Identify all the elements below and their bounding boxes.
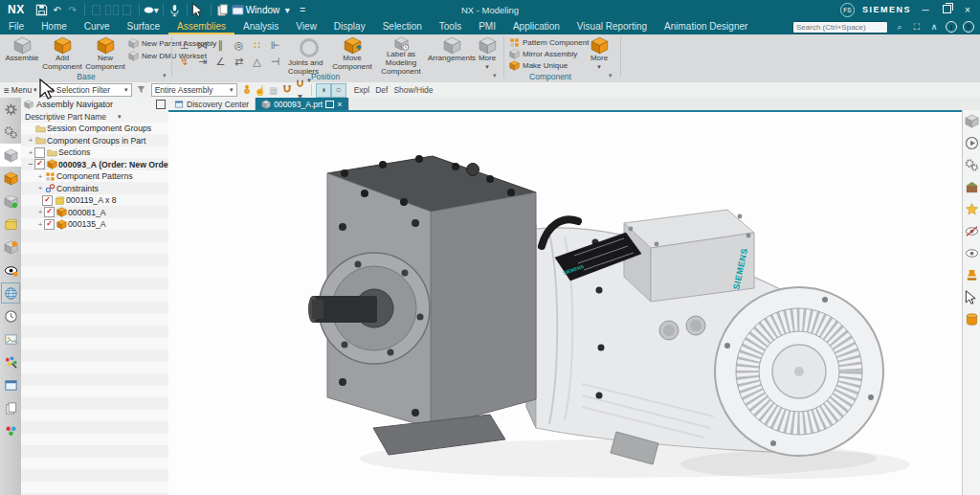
tree-row-component-groups-in-part[interactable]: + Component Groups in Part [21, 135, 168, 147]
component-more-button[interactable]: More ▾ [586, 35, 612, 77]
arrangements-button[interactable]: Arrangements [431, 35, 473, 77]
expander-icon[interactable]: + [36, 172, 44, 181]
distance-constraint-icon[interactable]: ∷ [248, 37, 266, 54]
customize-quick-access-icon[interactable]: = [295, 2, 310, 17]
label-as-modeling-component-button[interactable]: Label as Modeling Component [373, 35, 429, 77]
magnet-plus-icon[interactable] [280, 83, 294, 97]
restore-window-icon[interactable] [325, 101, 334, 108]
info-icon[interactable]: i [946, 21, 957, 33]
tab-assemblies[interactable]: Assemblies [168, 19, 234, 34]
expander-icon[interactable]: + [36, 184, 44, 192]
angle-constraint-icon[interactable]: ∠ [212, 54, 230, 70]
copy-icon[interactable] [104, 2, 120, 17]
center-constraint-icon[interactable]: ⇄ [230, 54, 248, 70]
tab-visual-reporting[interactable]: Visual Reporting [568, 19, 656, 34]
tree-row-000119[interactable]: ✓ 000119_A x 8 [21, 194, 168, 207]
checkbox-checked[interactable]: ✓ [44, 219, 55, 230]
help-icon[interactable]: ? [963, 21, 974, 33]
position-more-button[interactable]: More ▾ [475, 35, 500, 77]
hd3d-tools-icon[interactable] [0, 236, 21, 259]
cut-icon[interactable] [89, 2, 104, 17]
checkbox-unchecked[interactable] [34, 147, 45, 158]
tab-part-000093[interactable]: 000093_A.prt × [256, 98, 348, 110]
section-cylinder-icon[interactable] [963, 308, 980, 330]
tab-discovery-center[interactable]: Discovery Center [168, 98, 256, 110]
expander-icon[interactable]: − [27, 160, 34, 169]
tree-row-component-patterns[interactable]: + Component Patterns [21, 170, 168, 183]
checkbox-checked[interactable]: ✓ [34, 159, 45, 169]
select-handles-icon[interactable]: ☝ [254, 85, 267, 96]
tree-row-session-component-groups[interactable]: Session Component Groups [21, 123, 168, 135]
filter-icon[interactable] [135, 84, 148, 97]
align-stop-constraint-icon[interactable]: ⊣ [266, 54, 284, 70]
switch-window-icon[interactable] [215, 2, 231, 17]
tab-display[interactable]: Display [325, 19, 374, 34]
align-lock-constraint-icon[interactable]: ⋈ [193, 37, 212, 54]
new-component-button[interactable]: New Component [84, 35, 126, 77]
menu-icon[interactable]: ≡ [4, 85, 10, 96]
search-icon[interactable]: ⌕ [894, 22, 905, 33]
expander-icon[interactable]: + [27, 148, 34, 157]
touch-mode-icon[interactable] [191, 2, 207, 17]
selection-scope-combo[interactable]: Entire Assembly▾ [151, 83, 237, 97]
tab-pmi[interactable]: PMI [470, 19, 504, 34]
checkbox-checked[interactable]: ✓ [42, 195, 53, 206]
lasso-icon[interactable]: ▦ [267, 85, 280, 96]
tab-file[interactable]: File [0, 19, 33, 34]
navigator-column-header[interactable]: Descriptive Part Name ▾ [21, 110, 168, 124]
close-tab-icon[interactable]: × [337, 100, 342, 109]
fullscreen-icon[interactable]: ⛶ [911, 22, 923, 33]
assemble-button[interactable]: Assemble [4, 35, 40, 77]
chevron-down-icon[interactable]: ▾ [279, 2, 295, 17]
redo-icon[interactable]: ↷ [65, 2, 80, 17]
menu-button[interactable]: Menu [11, 85, 32, 95]
undo-icon[interactable]: ↶ [50, 2, 65, 17]
tree-row-000135[interactable]: + ✓ 000135_A [21, 218, 168, 231]
tree-row-000081[interactable]: + ✓ 000081_A [21, 207, 168, 219]
paste-icon[interactable] [120, 2, 135, 17]
tab-curve[interactable]: Curve [76, 19, 119, 34]
undock-icon[interactable] [156, 100, 166, 109]
group-dialog-launcher[interactable]: ▾ [493, 72, 497, 79]
add-component-button[interactable]: Add Component [42, 35, 82, 77]
parts-in-session-icon[interactable] [0, 419, 21, 442]
copy-pages-icon[interactable] [0, 396, 21, 419]
visual-reports-icon[interactable] [0, 259, 21, 281]
kinematics-icon[interactable] [963, 154, 980, 176]
roles-palette-icon[interactable] [0, 350, 21, 373]
tab-selection[interactable]: Selection [374, 19, 431, 34]
save-icon[interactable] [34, 2, 50, 17]
favorites-icon[interactable] [963, 198, 980, 220]
restore-button[interactable] [940, 5, 953, 15]
tab-animation-designer[interactable]: Animation Designer [656, 19, 756, 34]
select-component-icon[interactable] [963, 286, 980, 308]
tab-view[interactable]: View [287, 19, 325, 34]
tab-home[interactable]: Home [33, 19, 76, 34]
parallel-constraint-icon[interactable]: ∥ [212, 37, 230, 54]
mirror-assembly-button[interactable]: Mirror Assembly [509, 49, 577, 59]
expander-icon[interactable]: + [36, 220, 44, 229]
wireframe-view-toggle[interactable]: ○ [331, 83, 346, 98]
shaded-view-toggle[interactable]: ◑ [316, 83, 331, 98]
tab-tools[interactable]: Tools [431, 19, 470, 34]
explosions-link[interactable]: Expl [354, 85, 370, 95]
reuse-library-icon[interactable] [0, 213, 21, 236]
tab-surface[interactable]: Surface [119, 19, 168, 34]
concentric-constraint-icon[interactable]: ◎ [230, 37, 248, 54]
navigator-pin-icon[interactable] [24, 100, 33, 109]
tab-application[interactable]: Application [504, 19, 568, 34]
fit-constraint-icon[interactable]: ⇥ [193, 54, 212, 70]
show-hide-icon[interactable]: ▾ [144, 2, 159, 17]
avatar[interactable]: FS [840, 3, 855, 17]
perpendicular-constraint-icon[interactable]: △ [248, 54, 266, 70]
animation-player-icon[interactable] [963, 132, 980, 154]
minimize-button[interactable]: ─ [919, 5, 932, 15]
tab-analysis[interactable]: Analysis [234, 19, 287, 34]
system-gears-icon[interactable] [0, 121, 21, 144]
templates-icon[interactable] [0, 327, 21, 350]
window-manager-icon[interactable] [0, 373, 21, 396]
hide-icon[interactable] [963, 220, 980, 242]
voice-command-icon[interactable] [167, 2, 183, 17]
new-window-icon[interactable] [231, 2, 246, 17]
bond-constraint-icon[interactable]: ⊩ [266, 37, 284, 54]
